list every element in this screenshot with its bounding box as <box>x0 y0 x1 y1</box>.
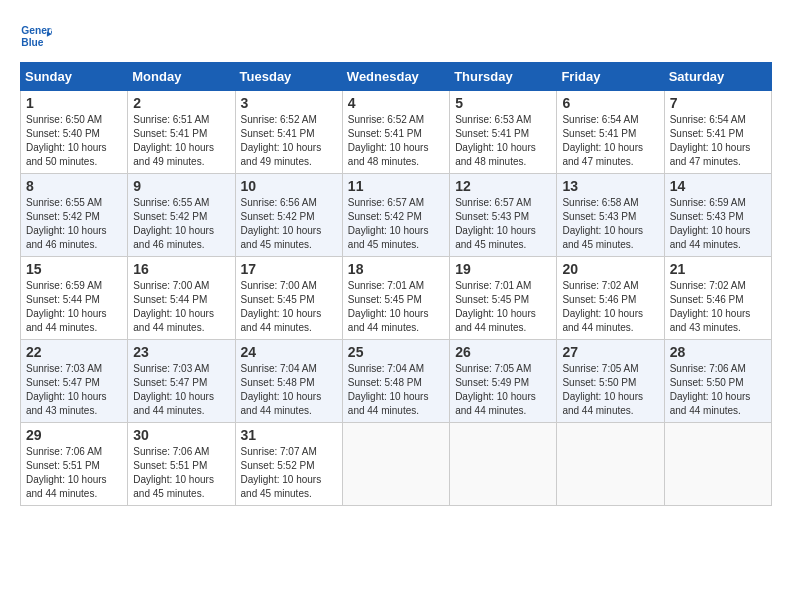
day-number: 31 <box>241 427 337 443</box>
day-cell-4: 4Sunrise: 6:52 AMSunset: 5:41 PMDaylight… <box>342 91 449 174</box>
day-cell-31: 31Sunrise: 7:07 AMSunset: 5:52 PMDayligh… <box>235 423 342 506</box>
day-info: Sunrise: 7:03 AMSunset: 5:47 PMDaylight:… <box>26 362 122 418</box>
day-info: Sunrise: 7:00 AMSunset: 5:45 PMDaylight:… <box>241 279 337 335</box>
calendar-row: 29Sunrise: 7:06 AMSunset: 5:51 PMDayligh… <box>21 423 772 506</box>
day-number: 1 <box>26 95 122 111</box>
day-number: 17 <box>241 261 337 277</box>
day-info: Sunrise: 7:06 AMSunset: 5:50 PMDaylight:… <box>670 362 766 418</box>
day-cell-9: 9Sunrise: 6:55 AMSunset: 5:42 PMDaylight… <box>128 174 235 257</box>
day-cell-24: 24Sunrise: 7:04 AMSunset: 5:48 PMDayligh… <box>235 340 342 423</box>
day-number: 24 <box>241 344 337 360</box>
day-info: Sunrise: 6:51 AMSunset: 5:41 PMDaylight:… <box>133 113 229 169</box>
calendar-header-wednesday: Wednesday <box>342 63 449 91</box>
day-info: Sunrise: 6:50 AMSunset: 5:40 PMDaylight:… <box>26 113 122 169</box>
day-info: Sunrise: 7:05 AMSunset: 5:49 PMDaylight:… <box>455 362 551 418</box>
day-cell-28: 28Sunrise: 7:06 AMSunset: 5:50 PMDayligh… <box>664 340 771 423</box>
day-number: 25 <box>348 344 444 360</box>
day-number: 13 <box>562 178 658 194</box>
day-number: 4 <box>348 95 444 111</box>
day-info: Sunrise: 6:59 AMSunset: 5:43 PMDaylight:… <box>670 196 766 252</box>
calendar-header-thursday: Thursday <box>450 63 557 91</box>
day-cell-29: 29Sunrise: 7:06 AMSunset: 5:51 PMDayligh… <box>21 423 128 506</box>
day-cell-7: 7Sunrise: 6:54 AMSunset: 5:41 PMDaylight… <box>664 91 771 174</box>
day-cell-30: 30Sunrise: 7:06 AMSunset: 5:51 PMDayligh… <box>128 423 235 506</box>
calendar-header-monday: Monday <box>128 63 235 91</box>
day-number: 5 <box>455 95 551 111</box>
day-number: 11 <box>348 178 444 194</box>
empty-cell <box>664 423 771 506</box>
day-number: 28 <box>670 344 766 360</box>
day-info: Sunrise: 7:02 AMSunset: 5:46 PMDaylight:… <box>670 279 766 335</box>
calendar-header-sunday: Sunday <box>21 63 128 91</box>
day-info: Sunrise: 7:02 AMSunset: 5:46 PMDaylight:… <box>562 279 658 335</box>
day-info: Sunrise: 6:59 AMSunset: 5:44 PMDaylight:… <box>26 279 122 335</box>
day-number: 18 <box>348 261 444 277</box>
day-info: Sunrise: 7:07 AMSunset: 5:52 PMDaylight:… <box>241 445 337 501</box>
empty-cell <box>557 423 664 506</box>
day-number: 23 <box>133 344 229 360</box>
day-number: 9 <box>133 178 229 194</box>
day-number: 19 <box>455 261 551 277</box>
day-number: 10 <box>241 178 337 194</box>
day-number: 16 <box>133 261 229 277</box>
day-number: 2 <box>133 95 229 111</box>
day-number: 20 <box>562 261 658 277</box>
calendar-row: 8Sunrise: 6:55 AMSunset: 5:42 PMDaylight… <box>21 174 772 257</box>
day-number: 3 <box>241 95 337 111</box>
day-cell-15: 15Sunrise: 6:59 AMSunset: 5:44 PMDayligh… <box>21 257 128 340</box>
day-cell-5: 5Sunrise: 6:53 AMSunset: 5:41 PMDaylight… <box>450 91 557 174</box>
day-info: Sunrise: 6:57 AMSunset: 5:42 PMDaylight:… <box>348 196 444 252</box>
day-cell-12: 12Sunrise: 6:57 AMSunset: 5:43 PMDayligh… <box>450 174 557 257</box>
calendar-header-saturday: Saturday <box>664 63 771 91</box>
day-info: Sunrise: 7:06 AMSunset: 5:51 PMDaylight:… <box>26 445 122 501</box>
logo-icon: General Blue <box>20 20 52 52</box>
empty-cell <box>450 423 557 506</box>
day-number: 22 <box>26 344 122 360</box>
day-cell-22: 22Sunrise: 7:03 AMSunset: 5:47 PMDayligh… <box>21 340 128 423</box>
calendar-row: 15Sunrise: 6:59 AMSunset: 5:44 PMDayligh… <box>21 257 772 340</box>
day-cell-26: 26Sunrise: 7:05 AMSunset: 5:49 PMDayligh… <box>450 340 557 423</box>
day-cell-14: 14Sunrise: 6:59 AMSunset: 5:43 PMDayligh… <box>664 174 771 257</box>
day-info: Sunrise: 6:55 AMSunset: 5:42 PMDaylight:… <box>133 196 229 252</box>
page-header: General Blue <box>20 20 772 52</box>
day-cell-20: 20Sunrise: 7:02 AMSunset: 5:46 PMDayligh… <box>557 257 664 340</box>
day-cell-6: 6Sunrise: 6:54 AMSunset: 5:41 PMDaylight… <box>557 91 664 174</box>
day-cell-27: 27Sunrise: 7:05 AMSunset: 5:50 PMDayligh… <box>557 340 664 423</box>
day-info: Sunrise: 6:54 AMSunset: 5:41 PMDaylight:… <box>670 113 766 169</box>
day-number: 26 <box>455 344 551 360</box>
calendar-header-row: SundayMondayTuesdayWednesdayThursdayFrid… <box>21 63 772 91</box>
day-info: Sunrise: 7:04 AMSunset: 5:48 PMDaylight:… <box>241 362 337 418</box>
day-info: Sunrise: 6:53 AMSunset: 5:41 PMDaylight:… <box>455 113 551 169</box>
day-cell-1: 1Sunrise: 6:50 AMSunset: 5:40 PMDaylight… <box>21 91 128 174</box>
day-number: 6 <box>562 95 658 111</box>
day-number: 29 <box>26 427 122 443</box>
day-info: Sunrise: 7:01 AMSunset: 5:45 PMDaylight:… <box>455 279 551 335</box>
day-number: 15 <box>26 261 122 277</box>
day-cell-25: 25Sunrise: 7:04 AMSunset: 5:48 PMDayligh… <box>342 340 449 423</box>
day-info: Sunrise: 7:00 AMSunset: 5:44 PMDaylight:… <box>133 279 229 335</box>
logo: General Blue <box>20 20 56 52</box>
calendar-row: 22Sunrise: 7:03 AMSunset: 5:47 PMDayligh… <box>21 340 772 423</box>
day-cell-10: 10Sunrise: 6:56 AMSunset: 5:42 PMDayligh… <box>235 174 342 257</box>
calendar-table: SundayMondayTuesdayWednesdayThursdayFrid… <box>20 62 772 506</box>
day-info: Sunrise: 7:04 AMSunset: 5:48 PMDaylight:… <box>348 362 444 418</box>
day-number: 12 <box>455 178 551 194</box>
day-number: 7 <box>670 95 766 111</box>
day-number: 30 <box>133 427 229 443</box>
calendar-row: 1Sunrise: 6:50 AMSunset: 5:40 PMDaylight… <box>21 91 772 174</box>
day-number: 8 <box>26 178 122 194</box>
day-info: Sunrise: 7:01 AMSunset: 5:45 PMDaylight:… <box>348 279 444 335</box>
day-number: 14 <box>670 178 766 194</box>
day-cell-16: 16Sunrise: 7:00 AMSunset: 5:44 PMDayligh… <box>128 257 235 340</box>
calendar-header-tuesday: Tuesday <box>235 63 342 91</box>
day-info: Sunrise: 6:57 AMSunset: 5:43 PMDaylight:… <box>455 196 551 252</box>
day-cell-13: 13Sunrise: 6:58 AMSunset: 5:43 PMDayligh… <box>557 174 664 257</box>
day-cell-8: 8Sunrise: 6:55 AMSunset: 5:42 PMDaylight… <box>21 174 128 257</box>
day-info: Sunrise: 7:05 AMSunset: 5:50 PMDaylight:… <box>562 362 658 418</box>
calendar-header-friday: Friday <box>557 63 664 91</box>
day-number: 27 <box>562 344 658 360</box>
day-info: Sunrise: 6:55 AMSunset: 5:42 PMDaylight:… <box>26 196 122 252</box>
day-info: Sunrise: 6:52 AMSunset: 5:41 PMDaylight:… <box>348 113 444 169</box>
day-cell-19: 19Sunrise: 7:01 AMSunset: 5:45 PMDayligh… <box>450 257 557 340</box>
day-cell-2: 2Sunrise: 6:51 AMSunset: 5:41 PMDaylight… <box>128 91 235 174</box>
